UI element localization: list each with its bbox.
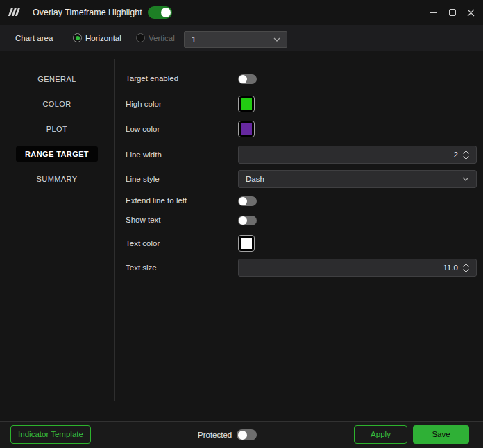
spinner-icon[interactable]	[462, 150, 470, 160]
protected-toggle[interactable]	[237, 429, 257, 440]
high-color-swatch[interactable]	[238, 96, 255, 112]
maximize-button[interactable]	[443, 0, 462, 25]
sidebar-item-general[interactable]: GENERAL	[0, 71, 114, 87]
indicator-enabled-toggle[interactable]	[148, 6, 172, 19]
protected-label: Protected	[198, 422, 232, 448]
line-style-dropdown[interactable]: Dash	[238, 170, 477, 188]
title-bar: Overlay Timeframe Highlight	[0, 0, 483, 25]
footer-bar: Indicator Template Protected Apply Save	[0, 421, 483, 448]
low-color-swatch[interactable]	[238, 121, 255, 137]
maximize-icon	[449, 9, 456, 16]
sidebar-item-range-target[interactable]: RANGE TARGET	[0, 146, 114, 162]
sidebar-divider	[114, 59, 115, 401]
extend-line-label: Extend line to left	[126, 196, 187, 205]
sidebar-item-summary[interactable]: SUMMARY	[0, 171, 114, 187]
high-color-label: High color	[126, 100, 162, 108]
radio-horizontal[interactable]	[73, 33, 82, 42]
dialog-window: Overlay Timeframe Highlight Chart area H…	[0, 0, 483, 448]
show-text-label: Show text	[126, 216, 161, 224]
close-icon	[467, 9, 475, 17]
line-style-label: Line style	[126, 175, 160, 183]
target-enabled-toggle[interactable]	[238, 74, 257, 84]
text-color-label: Text color	[126, 239, 160, 248]
app-logo-icon	[10, 8, 24, 17]
text-size-label: Text size	[126, 264, 157, 272]
radio-vertical-label[interactable]: Vertical	[149, 25, 175, 51]
target-enabled-label: Target enabled	[126, 74, 178, 83]
sidebar-item-plot[interactable]: PLOT	[0, 121, 114, 137]
minimize-icon	[430, 12, 437, 13]
toggle-knob	[161, 8, 171, 17]
minimize-button[interactable]	[423, 0, 443, 25]
chart-area-bar: Chart area Horizontal Vertical 1	[0, 25, 483, 51]
apply-button[interactable]: Apply	[354, 425, 407, 444]
close-button[interactable]	[461, 0, 480, 25]
line-width-label: Line width	[126, 150, 162, 159]
save-button[interactable]: Save	[413, 425, 469, 444]
chart-area-label: Chart area	[15, 25, 53, 51]
line-width-input[interactable]: 2	[238, 146, 477, 164]
sidebar-item-color[interactable]: COLOR	[0, 96, 114, 112]
low-color-label: Low color	[126, 125, 160, 133]
window-title: Overlay Timeframe Highlight	[33, 0, 142, 25]
indicator-template-button[interactable]: Indicator Template	[10, 425, 91, 444]
radio-vertical[interactable]	[136, 33, 145, 42]
spinner-icon[interactable]	[462, 263, 470, 273]
text-size-input[interactable]: 11.0	[238, 259, 477, 277]
show-text-toggle[interactable]	[238, 216, 257, 225]
radio-horizontal-label[interactable]: Horizontal	[85, 25, 121, 51]
dropdown-value: 1	[192, 32, 196, 47]
chevron-down-icon	[273, 37, 280, 42]
chart-area-dropdown[interactable]: 1	[184, 31, 287, 48]
text-color-swatch[interactable]	[238, 235, 255, 252]
extend-line-toggle[interactable]	[238, 196, 257, 206]
chevron-down-icon	[462, 177, 469, 181]
